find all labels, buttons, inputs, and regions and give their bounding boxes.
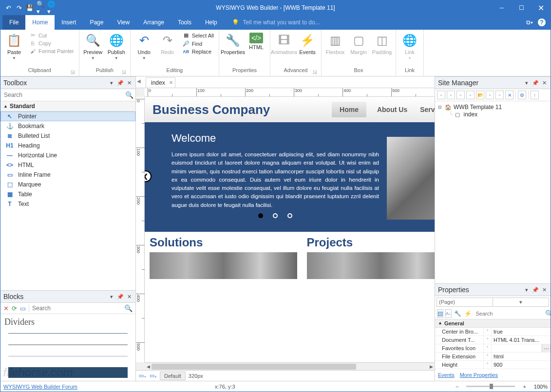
html-button[interactable]: </>HTML [246,32,267,51]
search-icon[interactable]: 🔍 [125,91,133,99]
props-categorized-icon[interactable]: ▤ [437,309,443,318]
toolbox-item-bookmark[interactable]: ⚓Bookmark [0,121,135,131]
divider-sample-2[interactable] [8,344,128,345]
divider-sample-3[interactable] [8,356,128,356]
responsive-remove-icon[interactable]: ▭ₓ [150,373,157,379]
toolbox-item-pointer[interactable]: ↖Pointer [0,112,135,121]
nav-home[interactable]: Home [332,102,366,117]
animations-button[interactable]: 🎞Animations [273,32,295,56]
tree-child-index[interactable]: └ ▢ index [438,111,548,118]
toolbox-item-bulleted-list[interactable]: ≣Bulleted List [0,131,135,141]
sm-props-icon[interactable]: ▫ [486,91,494,99]
menu-insert[interactable]: Insert [55,15,83,30]
properties-scope-combo[interactable]: (Page) ▾ [437,298,549,307]
padding-button[interactable]: ◫Padding [371,32,393,56]
save-icon[interactable]: 💾 [26,4,34,12]
tree-root[interactable]: ⊟ 🏠 WWB Template 11 [438,103,548,111]
redo-button[interactable]: ↷Redo [157,32,178,56]
margin-button[interactable]: ▢Margin [348,32,369,56]
publish-button[interactable]: 🌐Publish▼ [106,32,127,61]
prop-row[interactable]: Center in Bro...▫true [435,328,551,336]
replace-button[interactable]: ABReplace [180,48,216,55]
blocks-refresh-icon[interactable]: ⟳ [12,305,17,312]
sm-delete-icon[interactable]: ✕ [505,91,513,99]
sm-copy-icon[interactable]: ▫ [495,91,504,99]
advanced-launcher[interactable]: ◲ [313,70,317,75]
divider-sample-4[interactable] [8,367,128,378]
blocks-options-icon[interactable]: ▾ [108,293,115,300]
props-more-link[interactable]: More Properties [460,372,498,378]
responsive-add-icon[interactable]: ▭₊ [139,373,147,379]
undo-icon[interactable]: ↶ [4,4,12,12]
dot-2[interactable] [273,213,278,218]
prop-row[interactable]: File Extension▫html [435,353,551,361]
blocks-close-x-icon[interactable]: ✕ [3,305,9,312]
clipboard-launcher[interactable]: ◲ [71,70,75,75]
close-button[interactable]: ✕ [531,0,551,15]
toolbox-category-standard[interactable]: ▲Standard [0,101,135,112]
preview-dropdown-icon[interactable]: 🔍▾ [37,4,44,12]
sitemgr-close-icon[interactable]: ✕ [541,79,548,86]
tree-collapse-icon[interactable]: ⊟ [438,105,443,110]
scroll-left-icon[interactable]: ◀ [145,363,152,371]
publish-launcher[interactable]: ◲ [122,70,126,75]
sm-folder-icon[interactable]: ▫ [466,91,475,99]
sm-gear-icon[interactable]: ⚙ [518,91,526,99]
link-button[interactable]: 🌐Link▼ [399,32,420,61]
tab-close-icon[interactable]: ✕ [169,80,173,85]
zoom-slider[interactable] [466,386,515,387]
tab-nav-left[interactable]: ◀ [137,78,141,84]
preview-button[interactable]: 🔍Preview▼ [82,32,104,61]
props-search-icon[interactable]: 🔍 [545,310,551,317]
menu-file[interactable]: File [2,15,25,30]
canvas-horizontal-scrollbar[interactable]: ◀ ▶ [145,362,435,370]
toolbox-item-text[interactable]: TText [0,199,135,209]
toolbox-item-html[interactable]: <>HTML [0,160,135,170]
paste-button[interactable]: 📋 Paste ▼ [3,32,25,61]
properties-button[interactable]: 🔧Properties [222,32,244,56]
props-events-icon[interactable]: ⚡ [464,309,472,318]
menu-view[interactable]: View [110,15,136,30]
sm-up-icon[interactable]: ↑ [531,91,539,99]
divider-sample-1[interactable] [8,333,128,334]
menu-help[interactable]: Help [198,15,224,30]
cut-button[interactable]: ✂Cut [27,32,76,39]
prop-row[interactable]: Height▫900 [435,361,551,369]
menu-tools[interactable]: Tools [171,15,198,30]
document-tab-index[interactable]: index ✕ [146,77,175,88]
nav-about[interactable]: About Us [375,102,409,117]
scroll-right-icon[interactable]: ▶ [428,363,435,371]
props-pin-icon[interactable]: 📌 [532,286,539,293]
toolbox-item-inline-frame[interactable]: ▭Inline Frame [0,170,135,180]
dot-1[interactable] [258,213,263,218]
toolbox-item-marquee[interactable]: ⬚Marquee [0,180,135,189]
sitemgr-options-icon[interactable]: ▾ [523,79,530,86]
toolbox-item-table[interactable]: ▦Table [0,189,135,199]
toolbox-close-icon[interactable]: ✕ [126,79,133,86]
scroll-thumb[interactable] [152,364,356,370]
blocks-close-icon[interactable]: ✕ [126,293,133,300]
minimize-button[interactable]: ─ [492,0,512,15]
tell-me-search[interactable]: 💡 Tell me what you want to do... [224,15,521,30]
props-close-icon[interactable]: ✕ [541,286,548,293]
horizontal-ruler[interactable]: 0100200300400500600 [145,88,435,97]
forum-link[interactable]: WYSIWYG Web Builder Forum [3,384,77,390]
toolbox-item-heading[interactable]: H1Heading [0,141,135,150]
blocks-pin-icon[interactable]: 📌 [117,293,124,300]
menu-home[interactable]: Home [25,15,55,30]
props-alpha-icon[interactable]: A↓ [445,309,452,318]
props-events-link[interactable]: Events [438,372,455,378]
find-button[interactable]: 🔎Find [180,40,216,47]
prop-browse-button[interactable]: … [542,344,551,352]
help-icon[interactable]: ? [538,19,546,26]
blocks-search-input[interactable] [32,305,121,312]
props-options-icon[interactable]: ▾ [523,286,530,293]
flexbox-button[interactable]: ▥Flexbox [324,32,346,56]
menu-page[interactable]: Page [83,15,110,30]
menu-arrange[interactable]: Arrange [136,15,171,30]
vertical-ruler[interactable]: 0100200300400500 [136,97,145,362]
toolbox-options-icon[interactable]: ▾ [108,79,115,86]
format-painter-button[interactable]: 🖌Format Painter [27,48,76,55]
toolbox-pin-icon[interactable]: 📌 [117,79,124,86]
select-all-button[interactable]: ▦Select All [180,32,216,39]
